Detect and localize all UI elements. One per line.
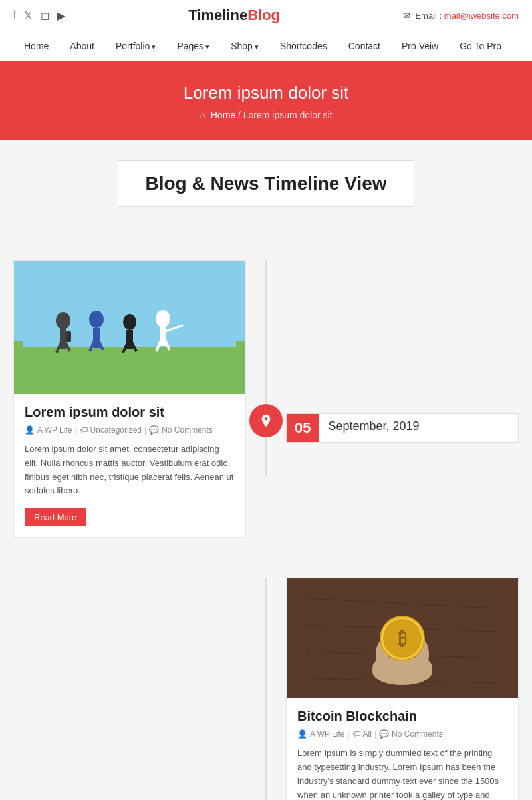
svg-point-15 bbox=[156, 310, 170, 327]
entry2-center bbox=[246, 578, 286, 800]
svg-point-7 bbox=[89, 311, 104, 328]
facebook-icon[interactable]: f bbox=[13, 9, 16, 22]
nav-pages[interactable]: Pages bbox=[166, 31, 220, 61]
post-image-1 bbox=[14, 261, 245, 394]
home-icon: ⌂ bbox=[200, 110, 205, 120]
top-email: ✉ Email : mail@iwebsite.com bbox=[403, 11, 519, 21]
date-day-1: 05 bbox=[287, 414, 319, 442]
pin-icon-1 bbox=[249, 404, 283, 437]
post-body-1: Lorem ipsum dolor sit 👤 A WP Life | 🏷 Un… bbox=[14, 394, 245, 537]
email-icon: ✉ bbox=[403, 11, 410, 21]
comments-icon-1: 💬 bbox=[149, 425, 159, 435]
breadcrumb-separator: / bbox=[238, 110, 243, 120]
post-excerpt-1: Lorem ipsum dolor sit amet, consectetur … bbox=[25, 443, 235, 498]
nav-about[interactable]: About bbox=[59, 31, 105, 61]
post-body-2: Bitcoin Blockchain 👤 A WP Life | 🏷 All |… bbox=[287, 698, 518, 800]
email-label: Email : bbox=[415, 11, 442, 21]
page-title-wrap: Blog & News Timeline View bbox=[13, 160, 519, 234]
category-icon-1: 🏷 bbox=[80, 425, 88, 435]
post-card-2: ₿ Bitcoin Blockchain 👤 A WP Life | 🏷 All… bbox=[286, 578, 519, 800]
svg-rect-1 bbox=[23, 347, 236, 394]
svg-text:₿: ₿ bbox=[398, 628, 407, 649]
svg-point-2 bbox=[56, 312, 70, 329]
nav-home[interactable]: Home bbox=[13, 31, 59, 61]
author-1: A WP Life bbox=[37, 425, 72, 435]
timeline-wrapper: Lorem ipsum dolor sit 👤 A WP Life | 🏷 Un… bbox=[13, 260, 519, 800]
svg-point-11 bbox=[123, 314, 136, 330]
email-link[interactable]: mail@iwebsite.com bbox=[444, 11, 519, 21]
entry1-right: 05 September, 2019 bbox=[286, 260, 519, 443]
timeline-entry-1: Lorem ipsum dolor sit 👤 A WP Life | 🏷 Un… bbox=[13, 260, 519, 538]
breadcrumb-current: Lorem ipsum dolor sit bbox=[243, 110, 332, 120]
logo-text-black: Timeline bbox=[188, 7, 247, 23]
entry1-left: Lorem ipsum dolor sit 👤 A WP Life | 🏷 Un… bbox=[13, 260, 246, 538]
nav-bar: Home About Portfolio Pages Shop Shortcod… bbox=[0, 31, 532, 63]
read-more-btn-1[interactable]: Read More bbox=[25, 508, 86, 526]
center-line-2 bbox=[265, 578, 267, 800]
author-icon-1: 👤 bbox=[25, 425, 35, 435]
post-image-2: ₿ bbox=[287, 578, 518, 698]
date-month-1: September, 2019 bbox=[319, 414, 428, 442]
entry1-center bbox=[246, 260, 286, 437]
youtube-icon[interactable]: ▶ bbox=[57, 9, 65, 22]
hero-title: Lorem ipsum dolor sit bbox=[13, 83, 519, 103]
comments-icon-2: 💬 bbox=[379, 729, 389, 739]
date-badge-1: 05 September, 2019 bbox=[286, 413, 519, 443]
social-icons: f 𝕏 ◻ ▶ bbox=[13, 9, 65, 22]
main-content: Blog & News Timeline View bbox=[0, 140, 532, 800]
hero-banner: Lorem ipsum dolor sit ⌂ Home / Lorem ips… bbox=[0, 63, 532, 140]
post-excerpt-2: Lorem Ipsum is simply dummied text of th… bbox=[297, 747, 507, 800]
top-bar: f 𝕏 ◻ ▶ TimelineBlog ✉ Email : mail@iweb… bbox=[0, 0, 532, 31]
breadcrumb-home[interactable]: Home bbox=[211, 110, 235, 120]
page-title-box: Blog & News Timeline View bbox=[118, 160, 414, 207]
page-title: Blog & News Timeline View bbox=[145, 173, 386, 194]
center-line-1 bbox=[265, 260, 267, 477]
category-1: Uncategorized bbox=[90, 425, 142, 435]
site-logo: TimelineBlog bbox=[188, 7, 280, 24]
entry2-left: 17 November, 2017 bbox=[13, 578, 246, 800]
svg-rect-6 bbox=[66, 331, 71, 342]
nav-portfolio[interactable]: Portfolio bbox=[105, 31, 166, 61]
post-meta-1: 👤 A WP Life | 🏷 Uncategorized | 💬 No Com… bbox=[25, 425, 235, 435]
breadcrumb: ⌂ Home / Lorem ipsum dolor sit bbox=[13, 110, 519, 120]
post-title-1: Lorem ipsum dolor sit bbox=[25, 405, 235, 420]
instagram-icon[interactable]: ◻ bbox=[41, 9, 49, 22]
category-icon-2: 🏷 bbox=[352, 729, 360, 739]
nav-go-to-pro[interactable]: Go To Pro bbox=[449, 31, 512, 61]
post-title-2: Bitcoin Blockchain bbox=[297, 709, 507, 724]
twitter-icon[interactable]: 𝕏 bbox=[24, 9, 33, 22]
author-icon-2: 👤 bbox=[297, 729, 307, 739]
author-2: A WP Life bbox=[310, 729, 344, 739]
category-2: All bbox=[363, 729, 372, 739]
comments-1: No Comments bbox=[162, 425, 213, 435]
entry2-right: ₿ Bitcoin Blockchain 👤 A WP Life | 🏷 All… bbox=[286, 578, 519, 800]
nav-shortcodes[interactable]: Shortcodes bbox=[269, 31, 338, 61]
nav-pro-view[interactable]: Pro Veiw bbox=[391, 31, 449, 61]
post-card-1: Lorem ipsum dolor sit 👤 A WP Life | 🏷 Un… bbox=[13, 260, 246, 538]
comments-2: No Comments bbox=[392, 729, 443, 739]
nav-shop[interactable]: Shop bbox=[220, 31, 269, 61]
nav-contact[interactable]: Contact bbox=[338, 31, 391, 61]
timeline-entry-2: 17 November, 2017 bbox=[13, 578, 519, 800]
logo-text-red: Blog bbox=[247, 7, 280, 23]
post-meta-2: 👤 A WP Life | 🏷 All | 💬 No Comments bbox=[297, 729, 507, 739]
